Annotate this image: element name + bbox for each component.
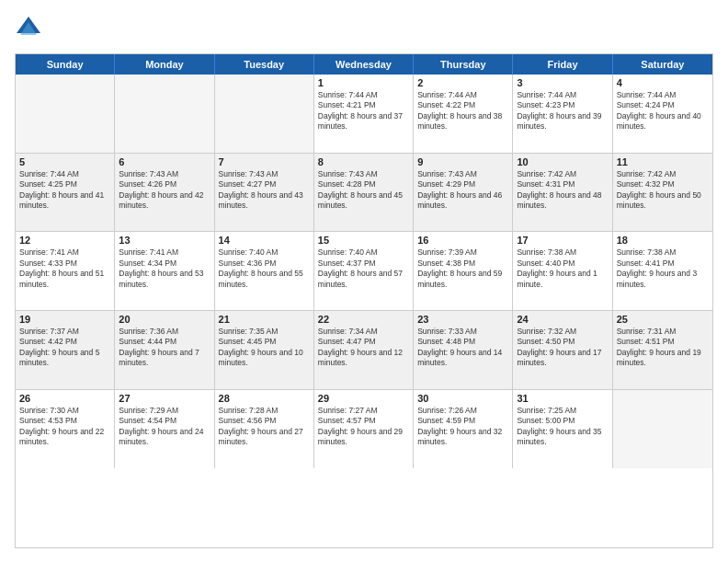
- day-number: 22: [318, 314, 409, 325]
- header-day-wednesday: Wednesday: [314, 54, 414, 75]
- cal-cell: 11Sunrise: 7:42 AM Sunset: 4:32 PM Dayli…: [613, 154, 712, 232]
- cell-text: Sunrise: 7:42 AM Sunset: 4:31 PM Dayligh…: [517, 169, 608, 212]
- cell-text: Sunrise: 7:40 AM Sunset: 4:36 PM Dayligh…: [219, 247, 310, 290]
- cell-text: Sunrise: 7:33 AM Sunset: 4:48 PM Dayligh…: [417, 327, 508, 369]
- cal-cell: 8Sunrise: 7:43 AM Sunset: 4:28 PM Daylig…: [314, 154, 414, 232]
- cal-cell: 24Sunrise: 7:32 AM Sunset: 4:50 PM Dayli…: [513, 311, 612, 389]
- week-row-1: 5Sunrise: 7:44 AM Sunset: 4:25 PM Daylig…: [16, 154, 712, 233]
- cell-text: Sunrise: 7:35 AM Sunset: 4:45 PM Dayligh…: [219, 327, 310, 369]
- cell-text: Sunrise: 7:28 AM Sunset: 4:56 PM Dayligh…: [219, 406, 310, 448]
- day-number: 31: [517, 393, 608, 404]
- cell-text: Sunrise: 7:44 AM Sunset: 4:22 PM Dayligh…: [417, 90, 508, 132]
- cal-cell: [613, 390, 712, 469]
- cell-text: Sunrise: 7:40 AM Sunset: 4:37 PM Dayligh…: [318, 247, 409, 290]
- header-day-thursday: Thursday: [414, 54, 513, 75]
- cell-text: Sunrise: 7:41 AM Sunset: 4:34 PM Dayligh…: [119, 247, 210, 290]
- cal-cell: 18Sunrise: 7:38 AM Sunset: 4:41 PM Dayli…: [613, 232, 712, 310]
- cal-cell: 20Sunrise: 7:36 AM Sunset: 4:44 PM Dayli…: [115, 311, 214, 389]
- day-number: 14: [219, 235, 310, 246]
- cell-text: Sunrise: 7:30 AM Sunset: 4:53 PM Dayligh…: [19, 406, 110, 448]
- week-row-3: 19Sunrise: 7:37 AM Sunset: 4:42 PM Dayli…: [16, 311, 712, 390]
- cal-cell: 1Sunrise: 7:44 AM Sunset: 4:21 PM Daylig…: [314, 75, 414, 153]
- cal-cell: 23Sunrise: 7:33 AM Sunset: 4:48 PM Dayli…: [414, 311, 513, 389]
- cal-cell: [16, 75, 115, 153]
- calendar-body: 1Sunrise: 7:44 AM Sunset: 4:21 PM Daylig…: [16, 75, 712, 547]
- day-number: 16: [417, 235, 508, 246]
- cell-text: Sunrise: 7:31 AM Sunset: 4:51 PM Dayligh…: [617, 327, 709, 369]
- cal-cell: 14Sunrise: 7:40 AM Sunset: 4:36 PM Dayli…: [215, 232, 314, 310]
- day-number: 27: [119, 393, 210, 404]
- cal-cell: 22Sunrise: 7:34 AM Sunset: 4:47 PM Dayli…: [314, 311, 414, 389]
- cell-text: Sunrise: 7:36 AM Sunset: 4:44 PM Dayligh…: [119, 327, 210, 369]
- cal-cell: 21Sunrise: 7:35 AM Sunset: 4:45 PM Dayli…: [215, 311, 314, 389]
- cal-cell: 31Sunrise: 7:25 AM Sunset: 5:00 PM Dayli…: [513, 390, 612, 469]
- cal-cell: 5Sunrise: 7:44 AM Sunset: 4:25 PM Daylig…: [16, 154, 115, 232]
- cell-text: Sunrise: 7:37 AM Sunset: 4:42 PM Dayligh…: [19, 327, 110, 369]
- cal-cell: 30Sunrise: 7:26 AM Sunset: 4:59 PM Dayli…: [414, 390, 513, 469]
- day-number: 29: [318, 393, 409, 404]
- day-number: 6: [119, 156, 210, 167]
- cal-cell: 25Sunrise: 7:31 AM Sunset: 4:51 PM Dayli…: [613, 311, 712, 389]
- cal-cell: 28Sunrise: 7:28 AM Sunset: 4:56 PM Dayli…: [215, 390, 314, 469]
- cell-text: Sunrise: 7:44 AM Sunset: 4:24 PM Dayligh…: [617, 90, 709, 132]
- day-number: 9: [417, 156, 508, 167]
- day-number: 1: [318, 77, 409, 88]
- cal-cell: 4Sunrise: 7:44 AM Sunset: 4:24 PM Daylig…: [613, 75, 712, 153]
- cell-text: Sunrise: 7:38 AM Sunset: 4:41 PM Dayligh…: [617, 247, 709, 290]
- day-number: 25: [617, 314, 709, 325]
- day-number: 19: [19, 314, 110, 325]
- cal-cell: 10Sunrise: 7:42 AM Sunset: 4:31 PM Dayli…: [513, 154, 612, 232]
- cal-cell: 29Sunrise: 7:27 AM Sunset: 4:57 PM Dayli…: [314, 390, 414, 469]
- header-day-friday: Friday: [513, 54, 612, 75]
- cell-text: Sunrise: 7:42 AM Sunset: 4:32 PM Dayligh…: [617, 169, 709, 212]
- cal-cell: 19Sunrise: 7:37 AM Sunset: 4:42 PM Dayli…: [16, 311, 115, 389]
- cal-cell: 17Sunrise: 7:38 AM Sunset: 4:40 PM Dayli…: [513, 232, 612, 310]
- day-number: 17: [517, 235, 608, 246]
- cal-cell: 7Sunrise: 7:43 AM Sunset: 4:27 PM Daylig…: [215, 154, 314, 232]
- cal-cell: 26Sunrise: 7:30 AM Sunset: 4:53 PM Dayli…: [16, 390, 115, 469]
- header-day-tuesday: Tuesday: [215, 54, 314, 75]
- day-number: 7: [219, 156, 310, 167]
- cell-text: Sunrise: 7:43 AM Sunset: 4:29 PM Dayligh…: [417, 169, 508, 212]
- header-day-sunday: Sunday: [16, 54, 115, 75]
- cell-text: Sunrise: 7:43 AM Sunset: 4:28 PM Dayligh…: [318, 169, 409, 212]
- calendar: SundayMondayTuesdayWednesdayThursdayFrid…: [15, 53, 713, 548]
- cell-text: Sunrise: 7:43 AM Sunset: 4:26 PM Dayligh…: [119, 169, 210, 212]
- day-number: 21: [219, 314, 310, 325]
- logo: [15, 15, 46, 42]
- day-number: 5: [19, 156, 110, 167]
- cal-cell: 2Sunrise: 7:44 AM Sunset: 4:22 PM Daylig…: [414, 75, 513, 153]
- cell-text: Sunrise: 7:29 AM Sunset: 4:54 PM Dayligh…: [119, 406, 210, 448]
- day-number: 20: [119, 314, 210, 325]
- cal-cell: 12Sunrise: 7:41 AM Sunset: 4:33 PM Dayli…: [16, 232, 115, 310]
- cell-text: Sunrise: 7:44 AM Sunset: 4:21 PM Dayligh…: [318, 90, 409, 132]
- cell-text: Sunrise: 7:43 AM Sunset: 4:27 PM Dayligh…: [219, 169, 310, 212]
- cell-text: Sunrise: 7:44 AM Sunset: 4:23 PM Dayligh…: [517, 90, 608, 132]
- day-number: 2: [417, 77, 508, 88]
- cal-cell: 3Sunrise: 7:44 AM Sunset: 4:23 PM Daylig…: [513, 75, 612, 153]
- cal-cell: 27Sunrise: 7:29 AM Sunset: 4:54 PM Dayli…: [115, 390, 214, 469]
- cell-text: Sunrise: 7:41 AM Sunset: 4:33 PM Dayligh…: [19, 247, 110, 290]
- cal-cell: 9Sunrise: 7:43 AM Sunset: 4:29 PM Daylig…: [414, 154, 513, 232]
- week-row-2: 12Sunrise: 7:41 AM Sunset: 4:33 PM Dayli…: [16, 232, 712, 311]
- day-number: 23: [417, 314, 508, 325]
- page: SundayMondayTuesdayWednesdayThursdayFrid…: [0, 0, 728, 563]
- day-number: 24: [517, 314, 608, 325]
- cal-cell: [115, 75, 214, 153]
- day-number: 4: [617, 77, 709, 88]
- day-number: 15: [318, 235, 409, 246]
- cal-cell: 15Sunrise: 7:40 AM Sunset: 4:37 PM Dayli…: [314, 232, 414, 310]
- day-number: 3: [517, 77, 608, 88]
- day-number: 13: [119, 235, 210, 246]
- header-day-monday: Monday: [115, 54, 214, 75]
- day-number: 18: [617, 235, 709, 246]
- cell-text: Sunrise: 7:34 AM Sunset: 4:47 PM Dayligh…: [318, 327, 409, 369]
- day-number: 30: [417, 393, 508, 404]
- day-number: 26: [19, 393, 110, 404]
- cell-text: Sunrise: 7:39 AM Sunset: 4:38 PM Dayligh…: [417, 247, 508, 290]
- day-number: 10: [517, 156, 608, 167]
- cell-text: Sunrise: 7:38 AM Sunset: 4:40 PM Dayligh…: [517, 247, 608, 290]
- cal-cell: 16Sunrise: 7:39 AM Sunset: 4:38 PM Dayli…: [414, 232, 513, 310]
- day-number: 28: [219, 393, 310, 404]
- cal-cell: 13Sunrise: 7:41 AM Sunset: 4:34 PM Dayli…: [115, 232, 214, 310]
